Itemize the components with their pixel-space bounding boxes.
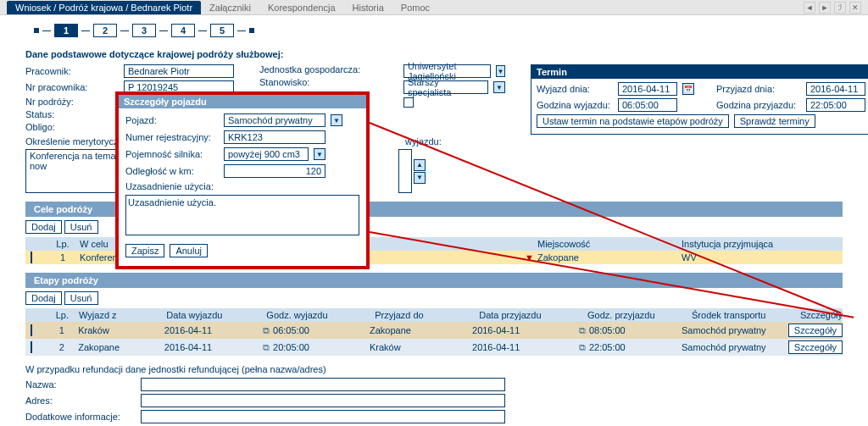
tab-historia[interactable]: Historia — [344, 1, 392, 14]
tab-wniosek[interactable]: Wniosek / Podróż krajowa / Bednarek Piot… — [7, 1, 201, 14]
window-icons: ◄ ► ℐ ✕ — [804, 2, 861, 14]
godz-wyjazdu-field[interactable]: 06:05:00 — [618, 98, 677, 112]
cell-gp: 08:05:00 — [589, 325, 626, 335]
cell-pd: Kraków — [370, 342, 472, 352]
col-godz-przyjazdu: Godz. przyjazdu — [587, 310, 692, 320]
pojazd-label: Pojazd: — [125, 115, 219, 125]
status-label: Status: — [25, 109, 119, 119]
cell-wz: Kraków — [78, 325, 164, 335]
jednostka-label: Jednostka gospodarcza: — [259, 64, 378, 75]
godz-przyjazdu-field[interactable]: 22:05:00 — [806, 98, 865, 112]
refund-dod-label: Dodatkowe informacje: — [25, 412, 136, 422]
chevron-down-icon[interactable]: ▼ — [331, 114, 342, 126]
wyjazd-dnia-label: Wyjazd dnia: — [537, 84, 613, 94]
nr-podrozy-label: Nr podróży: — [25, 97, 119, 107]
wyjazd-dnia-field[interactable]: 2016-04-11 — [618, 82, 677, 96]
step-2[interactable]: 2 — [93, 24, 117, 37]
etapy-row[interactable]: 2 Zakopane 2016-04-11 ⧉20:05:00 Kraków 2… — [25, 339, 843, 356]
arrow-down-icon[interactable]: ▼ — [414, 172, 426, 184]
cell-dw: 2016-04-11 — [164, 325, 263, 335]
termin-header: Termin — [531, 65, 868, 79]
odleglosc-field[interactable]: 120 — [224, 164, 326, 178]
row-checkbox[interactable] — [31, 341, 32, 353]
cell-pd: Zakopane — [370, 325, 472, 335]
icon-help[interactable]: ℐ — [834, 2, 846, 14]
copy-icon[interactable]: ⧉ — [263, 342, 270, 352]
etapy-dodaj-button[interactable]: Dodaj — [25, 291, 62, 305]
col-data-wyjazdu: Data wyjazdu — [166, 310, 266, 320]
stepper: 1 2 3 4 5 — [0, 15, 868, 46]
refund-nazwa-label: Nazwa: — [25, 379, 136, 390]
etapy-header: Etapy podróży — [25, 273, 843, 288]
col-instytucja: Instytucja przyjmująca — [682, 239, 843, 249]
etapy-usun-button[interactable]: Usuń — [64, 291, 98, 305]
row-checkbox[interactable] — [31, 324, 32, 336]
modal-zapisz-button[interactable]: Zapisz — [125, 244, 164, 257]
col-wyjazd-z: Wyjazd z — [79, 310, 166, 320]
tab-korespondencja[interactable]: Korespondencja — [259, 1, 344, 14]
cell-gw: 20:05:00 — [273, 342, 309, 352]
cele-usun-button[interactable]: Usuń — [64, 220, 98, 234]
step-5[interactable]: 5 — [210, 24, 234, 37]
cell-dp: 2016-04-11 — [472, 325, 579, 335]
copy-icon[interactable]: ⧉ — [263, 325, 270, 335]
pracownik-field[interactable]: Bednarek Piotr — [124, 64, 234, 78]
step-1[interactable]: 1 — [54, 24, 78, 37]
refund-nazwa-field[interactable] — [141, 378, 505, 391]
arrow-up-icon[interactable]: ▲ — [414, 159, 426, 171]
step-3[interactable]: 3 — [132, 24, 156, 37]
ustaw-termin-button[interactable]: Ustaw termin na podstawie etapów podróży — [537, 114, 729, 128]
szczegoly-button[interactable]: Szczegóły — [788, 324, 843, 337]
modal-anuluj-button[interactable]: Anuluj — [170, 244, 208, 257]
icon-close[interactable]: ✕ — [849, 2, 861, 14]
copy-icon[interactable]: ⧉ — [579, 325, 586, 335]
top-tabs: Wniosek / Podróż krajowa / Bednarek Piot… — [0, 0, 868, 15]
jednostka-select[interactable]: Uniwersytet Jagielloński — [403, 64, 491, 78]
przyjazd-dnia-field[interactable]: 2016-04-11 — [806, 82, 865, 96]
tab-pomoc[interactable]: Pomoc — [392, 1, 438, 14]
etapy-row[interactable]: 1 Kraków 2016-04-11 ⧉06:05:00 Zakopane 2… — [25, 322, 843, 339]
checkbox[interactable] — [403, 97, 414, 108]
obligo-label: Obligo: — [25, 122, 119, 132]
cell-st: Samochód prywatny — [682, 342, 788, 352]
modal-header: Szczegóły pojazdu — [119, 95, 366, 108]
step-start-dot — [34, 28, 39, 33]
cell-st: Samochód prywatny — [682, 325, 788, 335]
col-lp: Lp. — [46, 310, 79, 320]
szczegoly-pojazdu-modal: Szczegóły pojazdu Pojazd: Samochód prywa… — [115, 91, 370, 269]
pojemnosc-label: Pojemność silnika: — [125, 149, 219, 159]
sprawdz-terminy-button[interactable]: Sprawdź terminy — [734, 114, 815, 128]
refund-dod-field[interactable] — [141, 410, 505, 423]
chevron-down-icon[interactable]: ▼ — [493, 81, 505, 93]
cell-dp: 2016-04-11 — [472, 342, 579, 352]
chevron-down-icon[interactable]: ▼ — [496, 65, 505, 77]
step-4[interactable]: 4 — [171, 24, 195, 37]
step-end-dot — [249, 28, 254, 33]
termin-panel: Termin Wyjazd dnia: 2016-04-11 📅 Przyjaz… — [531, 64, 868, 135]
wyjazd-list[interactable] — [398, 149, 412, 193]
numer-field[interactable]: KRK123 — [224, 130, 326, 144]
stanowisko-select[interactable]: Starszy specjalista — [403, 80, 488, 94]
refund-adres-field[interactable] — [141, 394, 505, 407]
icon-prev[interactable]: ◄ — [804, 2, 815, 14]
numer-label: Numer rejestracyjny: — [125, 132, 219, 142]
nr-pracownika-label: Nr pracownika: — [25, 82, 119, 92]
pojemnosc-select[interactable]: powyżej 900 cm3 — [224, 147, 309, 161]
icon-next[interactable]: ► — [819, 2, 831, 14]
chevron-down-icon[interactable]: ▼ — [314, 148, 326, 160]
calendar-icon[interactable]: 📅 — [682, 83, 694, 95]
stanowisko-label: Stanowisko: — [259, 77, 378, 87]
page-title: Dane podstawowe dotyczące krajowej podró… — [25, 49, 843, 59]
uzasadnienie-textarea[interactable] — [125, 195, 359, 235]
godz-przyjazdu-label: Godzina przyjazdu: — [716, 100, 801, 110]
col-przyjazd-do: Przyjazd do — [375, 310, 479, 320]
pojazd-select[interactable]: Samochód prywatny — [224, 113, 326, 127]
copy-icon[interactable]: ⧉ — [579, 342, 586, 352]
col-srodek: Środek transportu — [692, 310, 800, 320]
row-checkbox[interactable] — [31, 252, 32, 263]
cell-dw: 2016-04-11 — [164, 342, 263, 352]
cele-dodaj-button[interactable]: Dodaj — [25, 220, 62, 234]
col-godz-wyjazdu: Godz. wyjazdu — [266, 310, 375, 320]
tab-zalaczniki[interactable]: Załączniki — [201, 1, 259, 14]
szczegoly-button[interactable]: Szczegóły — [788, 340, 843, 354]
